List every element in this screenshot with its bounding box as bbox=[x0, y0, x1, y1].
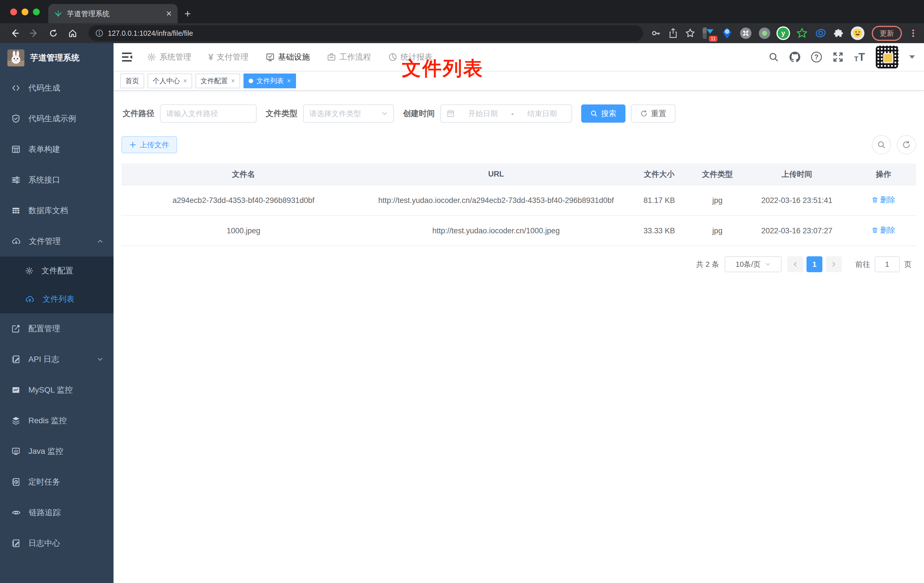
sidebar-item-redis-monitor[interactable]: Redis 监控 bbox=[0, 405, 114, 436]
navbar-right-icons: ? TT bbox=[769, 46, 915, 68]
sidebar-item-db-doc[interactable]: 数据库文档 bbox=[0, 195, 114, 226]
ext-grid-icon[interactable]: 11 bbox=[703, 28, 714, 39]
goto-page-input[interactable] bbox=[874, 256, 899, 272]
close-window-button[interactable] bbox=[10, 8, 17, 15]
nav-statistics[interactable]: 统计报表 bbox=[388, 52, 432, 63]
home-icon[interactable] bbox=[65, 25, 81, 41]
main-panel: 系统管理 ¥ 支付管理 基础设施 工作流程 bbox=[114, 43, 924, 583]
tag-file-config[interactable]: 文件配置 × bbox=[196, 74, 240, 88]
profile-avatar[interactable] bbox=[851, 26, 865, 40]
nav-infrastructure[interactable]: 基础设施 bbox=[266, 52, 310, 63]
share-icon[interactable] bbox=[668, 28, 678, 38]
prev-page-button[interactable] bbox=[787, 256, 803, 272]
new-tab-button[interactable]: + bbox=[185, 8, 191, 20]
nav-payment-management[interactable]: ¥ 支付管理 bbox=[208, 52, 249, 63]
nav-label: 统计报表 bbox=[401, 52, 432, 63]
avatar[interactable] bbox=[876, 46, 898, 68]
file-type-select[interactable]: 请选择文件类型 bbox=[303, 104, 394, 122]
ext-eye-icon[interactable] bbox=[815, 28, 827, 39]
avatar-caret-icon[interactable] bbox=[909, 55, 915, 59]
sidebar-item-code-gen[interactable]: 代码生成 bbox=[0, 73, 114, 103]
tab-close-icon[interactable]: ✕ bbox=[166, 9, 172, 18]
browser-menu-icon[interactable] bbox=[909, 29, 917, 38]
nav-system-management[interactable]: 系统管理 bbox=[147, 52, 191, 63]
tag-file-list[interactable]: 文件列表 × bbox=[244, 74, 296, 88]
bookmark-star-icon[interactable] bbox=[685, 28, 695, 38]
sidebar-item-file-management[interactable]: 文件管理 bbox=[0, 226, 114, 257]
sidebar-item-mysql-monitor[interactable]: MySQL 监控 bbox=[0, 375, 114, 405]
browser-tab[interactable]: 芋道管理系统 ✕ bbox=[48, 4, 178, 23]
tag-close-icon[interactable]: × bbox=[231, 77, 235, 84]
forward-icon[interactable] bbox=[26, 25, 42, 41]
file-path-input[interactable] bbox=[160, 104, 257, 122]
sidebar-item-code-demo[interactable]: 代码生成示例 bbox=[0, 103, 114, 134]
file-path-label: 文件路径 bbox=[122, 108, 154, 119]
extensions-puzzle-icon[interactable] bbox=[834, 28, 843, 38]
cell-file-type: jpg bbox=[692, 185, 743, 215]
date-range-picker[interactable]: 开始日期 - 结束日期 bbox=[441, 104, 572, 122]
sidebar-item-label: 日志中心 bbox=[28, 538, 60, 549]
tag-profile[interactable]: 个人中心 × bbox=[148, 74, 192, 88]
sidebar-collapse-icon[interactable] bbox=[122, 52, 132, 62]
ext-command-icon[interactable] bbox=[740, 28, 751, 39]
tag-close-icon[interactable]: × bbox=[287, 77, 291, 84]
toolbar-right: 11 y 更新 bbox=[651, 26, 917, 41]
url-bar[interactable]: 127.0.0.1:1024/infra/file/file bbox=[89, 25, 643, 41]
col-file-type: 文件类型 bbox=[692, 164, 743, 185]
site-info-icon[interactable] bbox=[95, 29, 103, 37]
password-key-icon[interactable] bbox=[651, 28, 661, 38]
sidebar-item-system-api[interactable]: 系统接口 bbox=[0, 165, 114, 195]
pagination: 共 2 条 10条/页 1 bbox=[122, 256, 916, 272]
back-icon[interactable] bbox=[7, 25, 23, 41]
end-date-placeholder[interactable]: 结束日期 bbox=[518, 109, 566, 119]
url-text[interactable]: 127.0.0.1:1024/infra/file/file bbox=[108, 29, 193, 38]
reload-icon[interactable] bbox=[45, 25, 61, 41]
ext-dot-icon[interactable] bbox=[759, 28, 770, 39]
sidebar-item-log-center[interactable]: 日志中心 bbox=[0, 528, 114, 558]
text-size-icon[interactable]: TT bbox=[854, 52, 865, 63]
page-size-select[interactable]: 10条/页 bbox=[725, 256, 782, 272]
tag-close-icon[interactable]: × bbox=[183, 77, 187, 84]
zoom-window-button[interactable] bbox=[33, 8, 40, 15]
sidebar-item-label: Java 监控 bbox=[28, 446, 63, 457]
sidebar-item-label: API 日志 bbox=[28, 354, 59, 365]
delete-button[interactable]: 删除 bbox=[871, 224, 895, 236]
app-logo[interactable]: 芋道管理系统 bbox=[0, 43, 114, 73]
sidebar-item-scheduled-tasks[interactable]: 定时任务 bbox=[0, 467, 114, 497]
ext-kite-icon[interactable] bbox=[721, 28, 733, 39]
sidebar-item-api-log[interactable]: API 日志 bbox=[0, 344, 114, 375]
cell-file-name: a294ecb2-73dd-4353-bf40-296b8931d0bf bbox=[122, 185, 366, 215]
github-icon[interactable] bbox=[789, 52, 800, 63]
ext-vue-icon[interactable]: y bbox=[777, 28, 789, 39]
monitor-check-icon bbox=[266, 53, 275, 61]
sidebar-item-form-builder[interactable]: 表单构建 bbox=[0, 134, 114, 165]
help-icon[interactable]: ? bbox=[811, 52, 822, 63]
start-date-placeholder[interactable]: 开始日期 bbox=[459, 109, 507, 119]
search-button[interactable]: 搜索 bbox=[581, 104, 625, 122]
select-placeholder: 请选择文件类型 bbox=[309, 109, 378, 119]
toggle-search-button[interactable] bbox=[872, 135, 891, 154]
fullscreen-icon[interactable] bbox=[833, 52, 843, 63]
refresh-icon bbox=[902, 140, 911, 149]
sidebar-item-config-management[interactable]: 配置管理 bbox=[0, 313, 114, 344]
ext-star-icon[interactable] bbox=[796, 28, 808, 39]
delete-label: 删除 bbox=[880, 194, 895, 206]
sidebar-item-java-monitor[interactable]: Java 监控 bbox=[0, 436, 114, 467]
search-icon[interactable] bbox=[769, 52, 779, 62]
sidebar-item-file-list[interactable]: 文件列表 bbox=[0, 285, 114, 313]
delete-button[interactable]: 删除 bbox=[871, 194, 895, 206]
reset-button[interactable]: 重置 bbox=[631, 104, 675, 122]
next-page-button[interactable] bbox=[826, 256, 842, 272]
sidebar-item-file-config[interactable]: 文件配置 bbox=[0, 257, 114, 285]
nav-workflow[interactable]: 工作流程 bbox=[327, 52, 371, 63]
upload-file-button[interactable]: 上传文件 bbox=[122, 136, 177, 153]
rabbit-logo-image bbox=[7, 50, 25, 66]
minimize-window-button[interactable] bbox=[21, 8, 28, 15]
page-number-button[interactable]: 1 bbox=[807, 256, 822, 272]
refresh-table-button[interactable] bbox=[897, 135, 916, 154]
tag-home[interactable]: 首页 bbox=[120, 74, 144, 88]
log-pen-icon bbox=[12, 539, 20, 548]
update-browser-button[interactable]: 更新 bbox=[872, 26, 902, 41]
sidebar-item-tracing[interactable]: 链路追踪 bbox=[0, 497, 114, 528]
sidebar-item-label: 文件列表 bbox=[43, 294, 74, 305]
